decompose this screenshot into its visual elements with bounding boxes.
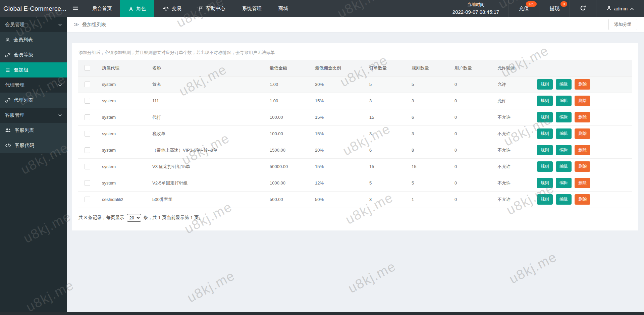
cell-loop: 不允许 — [492, 109, 532, 125]
cell-min_commission: 30% — [310, 76, 364, 93]
chevron-down-icon — [58, 23, 62, 26]
rule-button[interactable]: 规则 — [537, 161, 553, 172]
sidebar-item-8[interactable]: 客服代码 — [0, 138, 67, 153]
cell-agent: system — [97, 175, 147, 191]
sidebar-item-1[interactable]: 会员列表 — [0, 32, 67, 47]
link-icon — [5, 98, 10, 103]
cell-min_amount: 1500.00 — [264, 142, 310, 158]
flag-icon — [198, 6, 203, 11]
rule-button[interactable]: 规则 — [537, 79, 553, 90]
nav-item-5[interactable]: 商城 — [270, 0, 297, 17]
sidebar-item-0[interactable]: 会员管理 — [0, 17, 67, 32]
page-title: 叠加组列表 — [82, 21, 107, 28]
refresh-button[interactable] — [570, 0, 596, 17]
edit-button[interactable]: 编辑 — [556, 128, 572, 139]
cell-users: 0 — [449, 142, 492, 158]
local-time-value: 2022-09-07 08:45:17 — [452, 8, 499, 16]
sidebar-toggle-button[interactable] — [67, 0, 84, 17]
cell-users: 0 — [449, 76, 492, 93]
rule-button[interactable]: 规则 — [537, 96, 553, 106]
cell-actions: 规则编辑删除 — [532, 93, 632, 109]
nav-item-2[interactable]: 交易 — [154, 0, 190, 17]
nav-item-3[interactable]: 帮助中心 — [190, 0, 234, 17]
row-checkbox[interactable] — [85, 131, 90, 137]
cell-loop: 不允许 — [492, 158, 532, 175]
list-icon — [5, 67, 10, 73]
pagination: 共 8 条记录，每页显示 20 条，共 1 页当前显示第 1 页。 — [78, 214, 632, 222]
cell-orders: 15 — [364, 109, 406, 125]
cell-users: 0 — [449, 109, 492, 125]
row-checkbox[interactable] — [85, 180, 90, 186]
cell-min_commission: 15% — [310, 93, 364, 109]
sidebar: 会员管理会员列表会员等级叠加组代理管理代理列表客服管理客服列表客服代码 — [0, 17, 67, 315]
row-checkbox[interactable] — [85, 164, 90, 169]
edit-button[interactable]: 编辑 — [556, 194, 572, 205]
nav-item-4[interactable]: 系统管理 — [234, 0, 270, 17]
user-menu[interactable]: admin — [596, 0, 644, 17]
table-header-row: 所属代理 名称 最低金额 最低佣金比例 订单数量 规则数量 用户数量 允许轮回 — [78, 60, 632, 76]
nav-item-0[interactable]: 后台首页 — [84, 0, 120, 17]
edit-button[interactable]: 编辑 — [556, 145, 572, 155]
cell-min_commission: 15% — [310, 158, 364, 175]
rule-button[interactable]: 规则 — [537, 145, 553, 155]
sidebar-item-label: 会员列表 — [13, 37, 33, 43]
row-checkbox[interactable] — [85, 197, 90, 202]
sidebar-item-label: 代理列表 — [14, 97, 33, 103]
edit-button[interactable]: 编辑 — [556, 79, 572, 90]
recharge-menu-item[interactable]: 充值 135 — [508, 0, 539, 17]
page-size-select[interactable]: 20 — [127, 214, 141, 222]
edit-button[interactable]: 编辑 — [556, 96, 572, 106]
sidebar-item-6[interactable]: 客服管理 — [0, 108, 67, 123]
rule-button[interactable]: 规则 — [537, 194, 553, 205]
cell-actions: 规则编辑删除 — [532, 76, 632, 93]
rule-button[interactable]: 规则 — [537, 112, 553, 122]
delete-button[interactable]: 删除 — [575, 79, 590, 90]
sidebar-item-4[interactable]: 代理管理 — [0, 77, 67, 93]
select-all-checkbox[interactable] — [85, 65, 90, 71]
chevron-down-icon — [58, 84, 62, 87]
edit-button[interactable]: 编辑 — [556, 112, 572, 122]
row-checkbox[interactable] — [85, 82, 90, 87]
cell-actions: 规则编辑删除 — [532, 142, 632, 158]
sidebar-item-label: 客服代码 — [15, 142, 34, 149]
column-header-users: 用户数量 — [449, 60, 492, 76]
sidebar-item-5[interactable]: 代理列表 — [0, 93, 67, 108]
delete-button[interactable]: 删除 — [575, 161, 590, 172]
delete-button[interactable]: 删除 — [575, 145, 590, 155]
rule-button[interactable]: 规则 — [537, 128, 553, 139]
row-checkbox[interactable] — [85, 147, 90, 153]
edit-button[interactable]: 编辑 — [556, 178, 572, 188]
cell-actions: 规则编辑删除 — [532, 175, 632, 191]
cell-name: 首充 — [147, 76, 264, 93]
delete-button[interactable]: 删除 — [575, 112, 590, 122]
sidebar-item-7[interactable]: 客服列表 — [0, 123, 67, 138]
withdraw-menu-item[interactable]: 提现 0 — [539, 0, 570, 17]
delete-button[interactable]: 删除 — [575, 178, 590, 188]
delete-button[interactable]: 删除 — [575, 194, 590, 205]
cell-min_amount: 100.00 — [264, 109, 310, 125]
sidebar-item-label: 客服管理 — [5, 112, 24, 118]
content-area: ≫ 叠加组列表 添加分组 添加分组后，必须添加规则，并且规则需要对应好订单个数，… — [67, 17, 644, 315]
nav-item-1[interactable]: 角色 — [120, 0, 154, 17]
sidebar-item-label: 代理管理 — [5, 82, 24, 88]
cell-rules: 6 — [406, 109, 449, 125]
rule-button[interactable]: 规则 — [537, 178, 553, 188]
sidebar-item-3[interactable]: 叠加组 — [0, 62, 67, 77]
row-checkbox[interactable] — [85, 114, 90, 120]
delete-button[interactable]: 删除 — [575, 96, 590, 106]
sidebar-item-2[interactable]: 会员等级 — [0, 47, 67, 62]
horizontal-scrollbar[interactable] — [0, 312, 644, 315]
list-panel: 添加分组后，必须添加规则，并且规则需要对应好订单个数，若出现不对称情况，会导致用… — [72, 43, 638, 230]
column-header-loop: 允许轮回 — [492, 60, 532, 76]
edit-button[interactable]: 编辑 — [556, 161, 572, 172]
pagination-suffix: 条，共 1 页当前显示第 1 页。 — [144, 215, 204, 221]
scales-icon — [163, 6, 169, 11]
cell-agent: system — [97, 142, 147, 158]
withdraw-count-badge: 0 — [560, 1, 567, 7]
breadcrumb-icon: ≫ — [74, 21, 79, 28]
add-group-button[interactable]: 添加分组 — [608, 19, 637, 30]
cell-rules: 1 — [406, 191, 449, 208]
delete-button[interactable]: 删除 — [575, 128, 590, 139]
row-checkbox[interactable] — [85, 98, 90, 104]
cell-agent: system — [97, 76, 147, 93]
